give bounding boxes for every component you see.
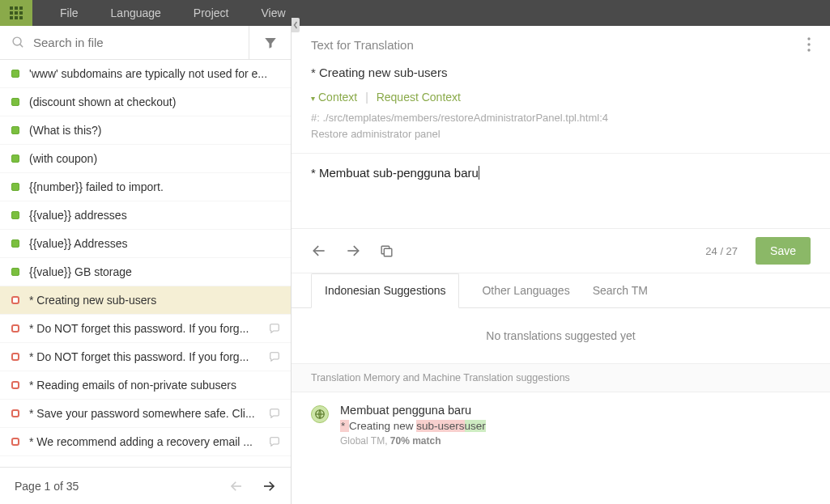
collapse-sidebar-button[interactable] (292, 18, 300, 32)
pager-label: Page 1 of 35 (15, 480, 79, 493)
status-dot (11, 211, 19, 219)
string-text: 'www' subdomains are typically not used … (29, 67, 281, 80)
string-text: * Do NOT forget this password. If you fo… (29, 322, 258, 335)
tm-target: Membuat pengguna baru (340, 404, 811, 417)
svg-point-0 (13, 37, 21, 45)
char-count: 24 / 27 (705, 245, 738, 257)
comment-icon (268, 408, 281, 419)
translation-input[interactable]: * Membuat sub-pengguna baru (292, 153, 830, 228)
search-icon (11, 36, 25, 49)
context-note: Restore administrator panel (311, 126, 811, 142)
string-item[interactable]: (with coupon) (0, 145, 291, 173)
context-toggle[interactable]: Context (311, 91, 357, 104)
tab-other-languages[interactable]: Other Languages (482, 273, 569, 307)
string-item[interactable]: (What is this?) (0, 116, 291, 145)
string-text: {{number}} failed to import. (29, 180, 281, 193)
search-input[interactable] (33, 36, 237, 49)
string-text: * We recommend adding a recovery email .… (29, 435, 258, 448)
string-text: * Creating new sub-users (29, 294, 281, 307)
filter-button[interactable] (249, 26, 291, 59)
string-item[interactable]: (discount shown at checkout) (0, 88, 291, 116)
svg-point-3 (807, 43, 810, 45)
status-dot (11, 438, 19, 446)
editor-more-button[interactable] (807, 37, 811, 52)
string-item[interactable]: * Reading emails of non-private subusers (0, 371, 291, 400)
string-text: * Reading emails of non-private subusers (29, 379, 281, 392)
menu-project[interactable]: Project (194, 6, 229, 19)
comment-icon (268, 436, 281, 447)
string-item[interactable]: {{value}} Addresses (0, 230, 291, 258)
string-text: {{value}} addresses (29, 209, 281, 222)
request-context-link[interactable]: Request Context (377, 91, 461, 104)
string-item[interactable]: 'www' subdomains are typically not used … (0, 60, 291, 88)
tm-header: Translation Memory and Machine Translati… (292, 363, 830, 392)
status-dot (11, 239, 19, 248)
string-item[interactable]: * Save your password somewhere safe. Cli… (0, 400, 291, 428)
comment-icon (268, 351, 281, 362)
string-text: (What is this?) (29, 124, 281, 137)
status-dot (11, 183, 19, 191)
comment-icon (268, 323, 281, 334)
svg-line-1 (20, 44, 23, 48)
status-dot (11, 324, 19, 332)
apps-menu-button[interactable] (0, 0, 32, 26)
string-item[interactable]: * We recommend adding a recovery email .… (0, 428, 291, 456)
status-dot (11, 155, 19, 163)
string-list: 'www' subdomains are typically not used … (0, 60, 291, 467)
status-dot (11, 98, 19, 106)
status-dot (11, 381, 19, 389)
string-item[interactable]: {{value}} GB storage (0, 258, 291, 286)
status-dot (11, 126, 19, 134)
string-text: (with coupon) (29, 152, 281, 165)
string-item[interactable]: {{value}} addresses (0, 201, 291, 230)
chevron-left-icon (293, 21, 298, 29)
string-text: * Do NOT forget this password. If you fo… (29, 350, 258, 363)
editor-title: Text for Translation (311, 38, 414, 52)
save-button[interactable]: Save (756, 237, 811, 265)
string-item[interactable]: * Do NOT forget this password. If you fo… (0, 315, 291, 343)
status-dot (11, 268, 19, 276)
tm-source-icon (311, 405, 329, 423)
filter-icon (262, 36, 279, 50)
apps-icon (10, 6, 23, 19)
string-text: {{value}} Addresses (29, 237, 281, 250)
page-next-button[interactable] (262, 479, 276, 493)
prev-string-button[interactable] (311, 243, 327, 259)
no-suggestions-message: No translations suggested yet (292, 308, 830, 363)
translation-text: * Membuat sub-pengguna baru (311, 166, 479, 180)
suggestions-area: No translations suggested yet Translatio… (292, 308, 830, 504)
tm-diff: * Creating new sub-usersuser (340, 420, 811, 432)
status-dot (11, 296, 19, 304)
menu-file[interactable]: File (60, 6, 79, 19)
svg-point-2 (807, 37, 810, 40)
tab-search-tm[interactable]: Search TM (593, 273, 648, 307)
string-text: * Save your password somewhere safe. Cli… (29, 407, 258, 420)
next-string-button[interactable] (345, 243, 361, 259)
context-path: #: ./src/templates/members/restoreAdmini… (311, 110, 811, 126)
menu-language[interactable]: Language (111, 6, 161, 19)
string-text: {{value}} GB storage (29, 265, 281, 278)
context-details: #: ./src/templates/members/restoreAdmini… (311, 110, 811, 142)
tm-entry[interactable]: Membuat pengguna baru * Creating new sub… (292, 392, 830, 458)
status-dot (11, 353, 19, 361)
page-prev-button[interactable] (229, 479, 244, 493)
svg-point-4 (807, 49, 810, 51)
tab-suggestions[interactable]: Indonesian Suggestions (311, 273, 459, 308)
string-item[interactable]: * Creating new sub-users (0, 286, 291, 315)
string-text: (discount shown at checkout) (29, 95, 281, 108)
menu-view[interactable]: View (261, 6, 285, 19)
separator: | (365, 91, 368, 104)
copy-source-button[interactable] (379, 244, 394, 259)
string-item[interactable]: {{number}} failed to import. (0, 173, 291, 201)
source-text: * Creating new sub-users (311, 66, 811, 79)
string-item[interactable]: * Do NOT forget this password. If you fo… (0, 343, 291, 371)
status-dot (11, 70, 19, 78)
svg-rect-5 (384, 248, 392, 256)
editor-panel: Text for Translation * Creating new sub-… (292, 26, 830, 504)
sidebar: 'www' subdomains are typically not used … (0, 26, 292, 504)
tm-meta: Global TM, 70% match (340, 435, 811, 447)
status-dot (11, 409, 19, 417)
